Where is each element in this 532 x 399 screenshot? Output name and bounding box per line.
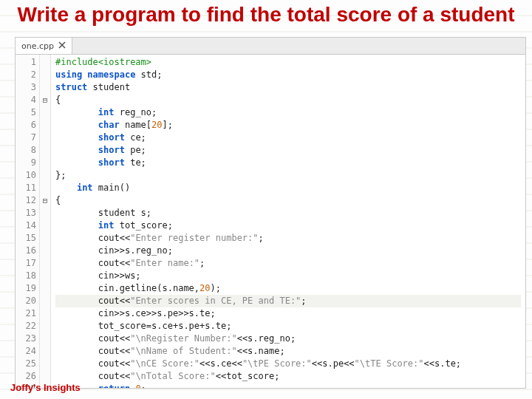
code-content[interactable]: #include<iostream>using namespace std;st… [51, 55, 525, 388]
code-line: cout<<"\nCE Score:"<<s.ce<<"\tPE Score:"… [55, 358, 521, 370]
code-line: short pe; [55, 144, 521, 157]
close-icon[interactable] [58, 41, 66, 51]
line-number: 11 [16, 182, 36, 194]
fold-marker[interactable]: ⊟ [40, 94, 50, 106]
line-number: 21 [16, 307, 36, 320]
code-line: int reg_no; [55, 106, 521, 119]
fold-marker [40, 219, 50, 232]
line-number: 26 [16, 370, 36, 383]
line-number: 7 [16, 132, 36, 144]
fold-marker [40, 358, 50, 370]
line-number: 2 [16, 69, 36, 81]
code-line: cout<<"\nTotal Score:"<<tot_score; [55, 370, 521, 383]
fold-marker [40, 295, 50, 307]
code-line: cin>>ws; [55, 270, 521, 282]
line-number: 3 [16, 81, 36, 94]
line-number: 15 [16, 232, 36, 245]
code-editor: one.cpp 12345678910111213141516171819202… [15, 37, 526, 389]
fold-marker [40, 320, 50, 332]
fold-marker [40, 332, 50, 345]
code-line: int main() [55, 182, 521, 194]
line-number: 14 [16, 219, 36, 232]
line-number: 22 [16, 320, 36, 332]
line-number: 8 [16, 144, 36, 157]
tab-bar: one.cpp [16, 38, 525, 55]
code-line: cout<<"\nRegister Number:"<<s.reg_no; [55, 332, 521, 345]
fold-marker [40, 119, 50, 132]
fold-marker [40, 169, 50, 182]
line-number-gutter: 1234567891011121314151617181920212223242… [16, 55, 40, 388]
fold-marker [40, 345, 50, 358]
tab-one-cpp[interactable]: one.cpp [16, 38, 72, 54]
line-number: 12 [16, 194, 36, 207]
code-line: cout<<"Enter scores in CE, PE and TE:"; [55, 295, 521, 307]
fold-marker [40, 370, 50, 383]
line-number: 18 [16, 270, 36, 282]
code-line: short ce; [55, 132, 521, 144]
fold-marker [40, 106, 50, 119]
slide: Write a program to find the total score … [0, 0, 532, 399]
line-number: 13 [16, 207, 36, 219]
line-number: 24 [16, 345, 36, 358]
code-line: using namespace std; [55, 69, 521, 81]
line-number: 1 [16, 56, 36, 69]
code-line: cin>>s.reg_no; [55, 245, 521, 257]
code-line: { [55, 94, 521, 106]
fold-marker [40, 132, 50, 144]
code-line: { [55, 194, 521, 207]
fold-marker [40, 207, 50, 219]
code-line: short te; [55, 157, 521, 169]
fold-marker [40, 257, 50, 270]
slide-title: Write a program to find the total score … [0, 0, 532, 30]
code-line: cout<<"\nName of Student:"<<s.name; [55, 345, 521, 358]
line-number: 23 [16, 332, 36, 345]
code-line: struct student [55, 81, 521, 94]
fold-marker[interactable]: ⊟ [40, 194, 50, 207]
fold-marker [40, 144, 50, 157]
fold-marker [40, 69, 50, 81]
line-number: 25 [16, 358, 36, 370]
code-line: int tot_score; [55, 219, 521, 232]
fold-marker [40, 81, 50, 94]
line-number: 10 [16, 169, 36, 182]
fold-gutter[interactable]: ⊟ ⊟ [40, 55, 51, 388]
line-number: 16 [16, 245, 36, 257]
fold-marker [40, 307, 50, 320]
footer-credit: Joffy's Insights [10, 382, 81, 393]
code-line: tot_score=s.ce+s.pe+s.te; [55, 320, 521, 332]
fold-marker [40, 157, 50, 169]
line-number: 6 [16, 119, 36, 132]
fold-marker [40, 56, 50, 69]
code-line: }; [55, 169, 521, 182]
line-number: 20 [16, 295, 36, 307]
code-line: #include<iostream> [55, 56, 521, 69]
fold-marker [40, 245, 50, 257]
code-line: cout<<"Enter register number:"; [55, 232, 521, 245]
fold-marker [40, 270, 50, 282]
line-number: 19 [16, 282, 36, 295]
code-line: char name[20]; [55, 119, 521, 132]
code-line: student s; [55, 207, 521, 219]
line-number: 17 [16, 257, 36, 270]
fold-marker [40, 182, 50, 194]
code-line: cin.getline(s.name,20); [55, 282, 521, 295]
fold-marker [40, 282, 50, 295]
fold-marker [40, 232, 50, 245]
code-line: return 0; [55, 383, 521, 388]
line-number: 9 [16, 157, 36, 169]
code-line: cout<<"Enter name:"; [55, 257, 521, 270]
tab-label: one.cpp [21, 41, 54, 51]
line-number: 5 [16, 106, 36, 119]
line-number: 4 [16, 94, 36, 106]
code-line: cin>>s.ce>>s.pe>>s.te; [55, 307, 521, 320]
code-area[interactable]: 1234567891011121314151617181920212223242… [16, 55, 525, 388]
